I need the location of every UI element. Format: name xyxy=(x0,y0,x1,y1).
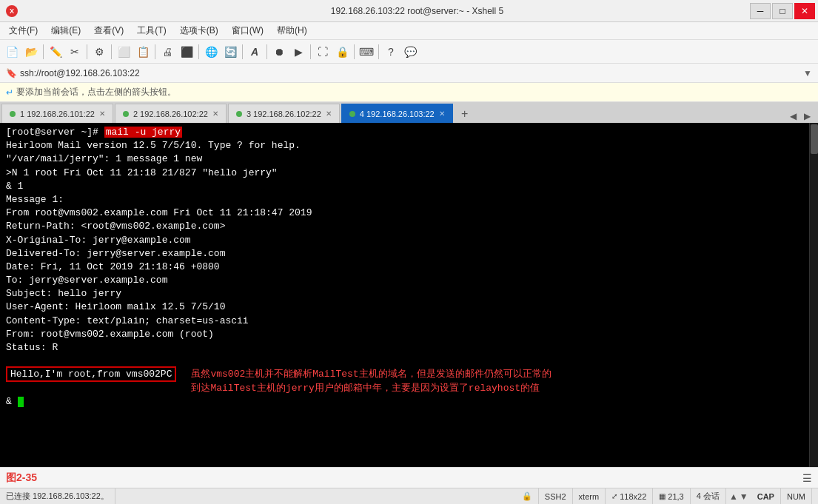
terminal-scrollbar[interactable] xyxy=(809,123,818,467)
chat-button[interactable]: 💬 xyxy=(401,43,419,61)
tab-1[interactable]: 1 192.168.26.101:22 ✕ xyxy=(1,104,113,123)
tab-2[interactable]: 2 192.168.26.102:22 ✕ xyxy=(115,104,227,123)
tab-4-close[interactable]: ✕ xyxy=(439,110,445,118)
tab-bar: 1 192.168.26.101:22 ✕ 2 192.168.26.102:2… xyxy=(0,102,818,123)
refresh-button[interactable]: 🔄 xyxy=(221,43,239,61)
app-icon: X xyxy=(6,5,18,17)
terminal-line-10: Date: Fri, 11 Oct 2019 21:18:46 +0800 xyxy=(6,261,803,274)
font-button[interactable]: A xyxy=(246,43,264,61)
globe-button[interactable]: 🌐 xyxy=(202,43,220,61)
menu-edit[interactable]: 编辑(E) xyxy=(45,23,87,38)
toolbar-sep-7 xyxy=(266,44,267,59)
menu-tabs[interactable]: 选项卡(B) xyxy=(174,23,224,38)
annotation-line-2: 到达MailTest主机的jerry用户的邮箱中年，主要是因为设置了relayh… xyxy=(191,382,551,395)
menu-bar: 文件(F) 编辑(E) 查看(V) 工具(T) 选项卡(B) 窗口(W) 帮助(… xyxy=(0,22,818,40)
help-button[interactable]: ? xyxy=(382,43,400,61)
paste-button[interactable]: 📋 xyxy=(134,43,152,61)
tab-add-button[interactable]: + xyxy=(456,105,474,123)
tab-2-label: 2 192.168.26.102:22 xyxy=(133,110,208,118)
tab-3-dot xyxy=(236,111,242,117)
terminal-message-body: Hello,I'm root,from vms002PC xyxy=(6,368,176,381)
terminal-line-6: From root@vms002.example.com Fri Oct 11 … xyxy=(6,206,803,220)
status-connection: 已连接 192.168.26.103:22。 xyxy=(6,488,115,504)
kbd-button[interactable]: ⌨ xyxy=(358,43,375,61)
tab-4[interactable]: 4 192.168.26.103:22 ✕ xyxy=(341,104,453,123)
close-button[interactable]: ✕ xyxy=(794,3,815,19)
terminal-ampersand: & xyxy=(6,396,18,407)
toolbar-sep-8 xyxy=(310,44,311,59)
terminal-line-4: & 1 xyxy=(6,180,803,193)
menu-tools[interactable]: 工具(T) xyxy=(131,23,172,38)
toolbar-sep-10 xyxy=(378,44,379,59)
cut-button[interactable]: ✂ xyxy=(66,43,84,61)
terminal-annotation: 虽然vms002主机并不能解析MailTest主机的域名，但是发送的邮件仍然可以… xyxy=(191,368,551,394)
status-caps: CAP xyxy=(751,488,781,504)
title-bar-text: 192.168.26.103:22 root@server:~ - Xshell… xyxy=(22,6,812,16)
tab-1-label: 1 192.168.26.101:22 xyxy=(20,110,95,118)
terminal-line-1: Heirloom Mail version 12.5 7/5/10. Type … xyxy=(6,139,803,152)
message-body-highlighted: Hello,I'm root,from vms002PC xyxy=(6,366,176,382)
status-up-arrow[interactable]: ▲ xyxy=(729,491,738,502)
status-bar: 已连接 192.168.26.103:22。 🔒 SSH2 xterm ⤢ 11… xyxy=(0,488,818,504)
status-size: ⤢ 118x22 xyxy=(606,488,653,504)
terminal-line-16: Status: R xyxy=(6,341,803,355)
status-ssh: SSH2 xyxy=(539,488,573,504)
title-bar: X 192.168.26.103:22 root@server:~ - Xshe… xyxy=(0,0,818,22)
toolbar-sep-1 xyxy=(43,44,44,59)
open-button[interactable]: 📂 xyxy=(22,43,40,61)
menu-help[interactable]: 帮助(H) xyxy=(271,23,313,38)
edit-button[interactable]: ✏️ xyxy=(47,43,64,61)
tab-1-close[interactable]: ✕ xyxy=(99,110,105,118)
new-button[interactable]: 📄 xyxy=(3,43,21,61)
annotation-line-1: 虽然vms002主机并不能解析MailTest主机的域名，但是发送的邮件仍然可以… xyxy=(191,368,551,381)
info-bar: ↵ 要添加当前会话，点击左侧的箭头按钮。 xyxy=(0,83,818,102)
toolbar-sep-6 xyxy=(242,44,243,59)
tab-3[interactable]: 3 192.168.26.102:22 ✕ xyxy=(228,104,340,123)
menu-file[interactable]: 文件(F) xyxy=(3,23,44,38)
status-num: NUM xyxy=(781,488,812,504)
status-lock-icon: 🔒 xyxy=(516,488,539,504)
terminal-line-7: Return-Path: <root@vms002.example.com> xyxy=(6,220,803,233)
terminal-line-11: To: jerry@server.example.com xyxy=(6,274,803,287)
menu-view[interactable]: 查看(V) xyxy=(88,23,130,38)
tab-prev-button[interactable]: ◀ xyxy=(787,110,799,123)
terminal-line-8: X-Original-To: jerry@example.com xyxy=(6,234,803,247)
caption-text: 图2-35 xyxy=(6,471,37,485)
menu-window[interactable]: 窗口(W) xyxy=(226,23,269,38)
lock-button[interactable]: 🔒 xyxy=(333,43,351,61)
terminal-command: mail -u jerry xyxy=(104,127,182,138)
play-button[interactable]: ▶ xyxy=(289,43,307,61)
print2-button[interactable]: ⬛ xyxy=(178,43,195,61)
record-button[interactable]: ⏺ xyxy=(270,43,288,61)
address-icon: 🔖 xyxy=(6,68,17,78)
address-text: ssh://root@192.168.26.103:22 xyxy=(20,68,140,78)
copy-button[interactable]: ⬜ xyxy=(115,43,133,61)
tab-4-dot xyxy=(349,111,355,117)
terminal-line-15: From: root@vms002.example.com (root) xyxy=(6,328,803,341)
toolbar: 📄 📂 ✏️ ✂ ⚙ ⬜ 📋 🖨 ⬛ 🌐 🔄 A ⏺ ▶ ⛶ 🔒 ⌨ ? 💬 xyxy=(0,40,818,64)
maximize-button[interactable]: □ xyxy=(772,3,793,19)
terminal[interactable]: [root@server ~]# mail -u jerry Heirloom … xyxy=(0,123,809,467)
tab-3-close[interactable]: ✕ xyxy=(326,110,332,118)
scrollbar-thumb xyxy=(811,124,818,154)
tab-2-close[interactable]: ✕ xyxy=(212,110,218,118)
minimize-button[interactable]: ─ xyxy=(750,3,771,19)
toolbar-sep-3 xyxy=(111,44,112,59)
toolbar-sep-5 xyxy=(198,44,199,59)
tab-next-button[interactable]: ▶ xyxy=(801,110,814,123)
address-dropdown[interactable]: ▼ xyxy=(803,68,812,78)
tab-nav: ◀ ▶ xyxy=(787,110,817,123)
caption-menu-icon[interactable]: ☰ xyxy=(802,472,812,484)
status-sessions: 4 会话 xyxy=(691,488,726,504)
status-down-arrow[interactable]: ▼ xyxy=(740,491,748,502)
expand-button[interactable]: ⛶ xyxy=(314,43,332,61)
print-button[interactable]: 🖨 xyxy=(158,43,176,61)
app-window: X 192.168.26.103:22 root@server:~ - Xshe… xyxy=(0,0,818,504)
terminal-line-prompt: [root@server ~]# mail -u jerry xyxy=(6,126,803,139)
tab-4-label: 4 192.168.26.103:22 xyxy=(360,110,435,118)
settings-button[interactable]: ⚙ xyxy=(90,43,108,61)
terminal-prompt: [root@server ~]# xyxy=(6,127,104,138)
status-terminal: xterm xyxy=(573,488,606,504)
info-bar-text: 要添加当前会话，点击左侧的箭头按钮。 xyxy=(16,86,176,98)
address-bar: 🔖 ssh://root@192.168.26.103:22 ▼ xyxy=(0,64,818,83)
